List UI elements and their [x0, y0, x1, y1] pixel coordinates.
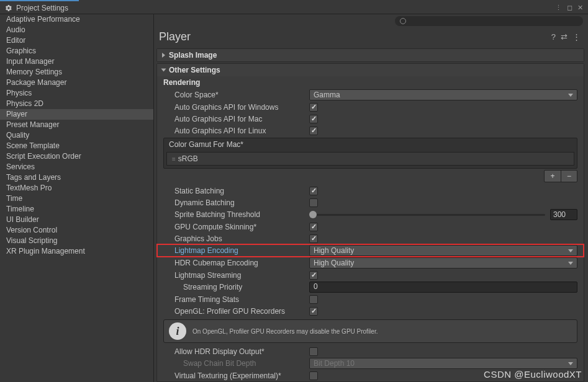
- swap-chain-dropdown: Bit Depth 10: [309, 358, 577, 369]
- sidebar-item-timeline[interactable]: Timeline: [0, 204, 153, 215]
- virtual-texturing-checkbox[interactable]: [309, 371, 318, 380]
- gamut-item-label: sRGB: [178, 154, 198, 163]
- sidebar-item-ui-builder[interactable]: UI Builder: [0, 215, 153, 225]
- field-label: Streaming Priority: [163, 283, 309, 291]
- section-label: Splash Image: [169, 51, 217, 60]
- auto-gfx-linux-checkbox[interactable]: [309, 127, 318, 135]
- graphics-jobs-checkbox[interactable]: [309, 234, 318, 243]
- sidebar-item-input-manager[interactable]: Input Manager: [0, 56, 153, 67]
- color-space-row: Color Space* Gamma: [157, 89, 584, 101]
- sidebar-item-graphics[interactable]: Graphics: [0, 46, 153, 56]
- sidebar-item-version-control[interactable]: Version Control: [0, 225, 153, 236]
- add-button[interactable]: +: [545, 171, 561, 182]
- field-label: Virtual Texturing (Experimental)*: [163, 371, 309, 380]
- search-input[interactable]: [395, 16, 583, 26]
- other-settings-header[interactable]: Other Settings: [157, 64, 584, 76]
- field-label: Lightmap Streaming: [163, 271, 309, 280]
- sidebar-item-script-execution-order[interactable]: Script Execution Order: [0, 151, 153, 162]
- sidebar-item-xr-plugin-management[interactable]: XR Plugin Management: [0, 246, 153, 257]
- chevron-down-icon: [568, 362, 573, 365]
- window-title: Project Settings: [16, 4, 68, 12]
- sidebar-item-adaptive-performance[interactable]: Adaptive Performance: [0, 14, 153, 25]
- color-gamut-label: Color Gamut For Mac*: [164, 138, 577, 151]
- field-label: HDR Cubemap Encoding: [163, 259, 309, 267]
- info-text: On OpenGL, Profiler GPU Recorders may di…: [192, 328, 378, 335]
- color-space-dropdown[interactable]: Gamma: [309, 89, 577, 100]
- sidebar-item-visual-scripting[interactable]: Visual Scripting: [0, 236, 153, 246]
- field-label: Auto Graphics API for Linux: [163, 127, 309, 135]
- sidebar-item-physics[interactable]: Physics: [0, 88, 153, 99]
- remove-button[interactable]: −: [561, 171, 577, 182]
- lightmap-streaming-checkbox[interactable]: [309, 271, 318, 280]
- sidebar-item-memory-settings[interactable]: Memory Settings: [0, 67, 153, 78]
- color-gamut-box: Color Gamut For Mac* ≡sRGB: [163, 138, 577, 169]
- opengl-recorders-checkbox[interactable]: [309, 307, 318, 316]
- chevron-down-icon: [568, 94, 573, 97]
- field-label: Dynamic Batching: [163, 198, 309, 207]
- sidebar-item-textmesh-pro[interactable]: TextMesh Pro: [0, 183, 153, 193]
- gear-icon: [5, 4, 12, 12]
- field-label: Allow HDR Display Output*: [163, 347, 309, 356]
- panel-title: Player: [159, 30, 191, 43]
- sidebar-item-editor[interactable]: Editor: [0, 35, 153, 46]
- hdr-cubemap-dropdown[interactable]: High Quality: [309, 257, 577, 269]
- auto-gfx-mac-checkbox[interactable]: [309, 115, 318, 123]
- panel-menu-icon[interactable]: ⋮: [572, 32, 581, 42]
- sidebar-item-audio[interactable]: Audio: [0, 25, 153, 35]
- sprite-threshold-slider[interactable]: [309, 214, 545, 216]
- sidebar: Adaptive PerformanceAudioEditorGraphicsI…: [0, 14, 154, 382]
- maximize-icon[interactable]: ◻: [567, 4, 572, 12]
- field-label: Color Space*: [163, 91, 309, 99]
- slider-thumb[interactable]: [309, 211, 317, 218]
- preset-icon[interactable]: ⇄: [561, 32, 568, 42]
- field-label: GPU Compute Skinning*: [163, 223, 309, 231]
- sidebar-item-player[interactable]: Player: [0, 109, 153, 120]
- lightmap-encoding-dropdown[interactable]: High Quality: [309, 245, 577, 256]
- field-label: Swap Chain Bit Depth: [163, 359, 309, 368]
- field-label: Static Batching: [163, 187, 309, 195]
- foldout-icon: [162, 53, 165, 58]
- chevron-down-icon: [568, 262, 573, 265]
- menu-icon[interactable]: ⋮: [555, 4, 562, 12]
- sidebar-item-physics-2d[interactable]: Physics 2D: [0, 99, 153, 109]
- sprite-threshold-value[interactable]: 300: [550, 209, 577, 220]
- sidebar-item-scene-template[interactable]: Scene Template: [0, 141, 153, 151]
- sidebar-item-tags-and-layers[interactable]: Tags and Layers: [0, 172, 153, 183]
- field-label: Frame Timing Stats: [163, 295, 309, 304]
- info-box: i On OpenGL, Profiler GPU Recorders may …: [163, 319, 577, 343]
- other-settings-section: Other Settings Rendering Color Space* Ga…: [156, 63, 584, 382]
- sidebar-item-package-manager[interactable]: Package Manager: [0, 78, 153, 88]
- auto-gfx-windows-checkbox[interactable]: [309, 103, 318, 112]
- splash-section[interactable]: Splash Image: [156, 48, 584, 62]
- title-bar: Project Settings ⋮ ◻ ✕: [0, 2, 588, 14]
- gpu-skinning-checkbox[interactable]: [309, 223, 318, 231]
- close-icon[interactable]: ✕: [577, 4, 583, 12]
- gamut-item[interactable]: ≡sRGB: [166, 152, 574, 166]
- field-label: Auto Graphics API for Mac: [163, 115, 309, 123]
- field-label: Sprite Batching Threshold: [163, 210, 309, 219]
- drag-handle-icon: ≡: [172, 156, 174, 162]
- field-label: Lightmap Encoding: [163, 246, 309, 255]
- sidebar-item-time[interactable]: Time: [0, 193, 153, 204]
- help-icon[interactable]: ?: [551, 32, 556, 42]
- static-batching-checkbox[interactable]: [309, 187, 318, 195]
- field-label: OpenGL: Profiler GPU Recorders: [163, 307, 309, 316]
- sidebar-item-quality[interactable]: Quality: [0, 130, 153, 141]
- frame-timing-checkbox[interactable]: [309, 295, 318, 304]
- info-icon: i: [169, 322, 186, 340]
- field-label: Graphics Jobs: [163, 234, 309, 243]
- section-label: Other Settings: [169, 66, 220, 74]
- chevron-down-icon: [568, 249, 573, 252]
- lightmap-encoding-row: Lightmap Encoding High Quality: [157, 244, 584, 257]
- field-label: Auto Graphics API for Windows: [163, 103, 309, 112]
- foldout-icon: [161, 69, 166, 72]
- sidebar-item-services[interactable]: Services: [0, 162, 153, 172]
- allow-hdr-checkbox[interactable]: [309, 347, 318, 356]
- dynamic-batching-checkbox[interactable]: [309, 198, 318, 207]
- sidebar-item-preset-manager[interactable]: Preset Manager: [0, 120, 153, 130]
- rendering-header: Rendering: [157, 76, 584, 89]
- streaming-priority-input[interactable]: 0: [309, 282, 577, 293]
